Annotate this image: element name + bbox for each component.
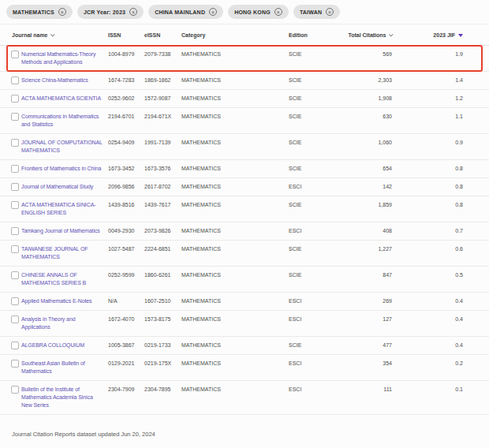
edition-cell: ESCI — [284, 227, 339, 235]
issn-cell: 0252-9599 — [108, 271, 144, 279]
column-header-journal-name[interactable]: Journal name — [0, 32, 108, 38]
jif-cell: 0.9 — [394, 139, 465, 147]
eissn-cell: 1607-2510 — [144, 297, 181, 305]
eissn-cell: 1869-1862 — [144, 77, 181, 84]
total-citations-cell: 2,303 — [339, 77, 394, 84]
filter-chip-jcr-year-2023[interactable]: JCR Year: 2023× — [77, 5, 144, 19]
journal-name-link[interactable]: Southeast Asian Bulletin of Mathematics — [21, 360, 108, 375]
journals-table: Journal nameISSNeISSNCategoryEditionTota… — [0, 24, 489, 415]
total-citations-cell: 1,908 — [339, 95, 394, 103]
category-cell: MATHEMATICS — [181, 297, 284, 305]
jif-cell: 0.8 — [394, 201, 465, 209]
journal-name-link[interactable]: Journal of Mathematical Study — [21, 183, 108, 191]
edition-cell: SCIE — [284, 113, 339, 121]
filter-chip-china-mainland[interactable]: CHINA MAINLAND× — [148, 5, 223, 19]
category-cell: MATHEMATICS — [181, 315, 284, 323]
row-checkbox[interactable] — [11, 113, 19, 121]
table-row: Science China-Mathematics1674-72831869-1… — [0, 72, 489, 90]
journal-name-link[interactable]: ACTA MATHEMATICA SINICA-ENGLISH SERIES — [21, 201, 108, 217]
category-cell: MATHEMATICS — [181, 386, 284, 394]
journal-name-link[interactable]: Frontiers of Mathematics in China — [21, 165, 108, 173]
issn-cell: 1005-3867 — [108, 342, 144, 349]
filter-chip-hong-kong[interactable]: HONG KONG× — [228, 5, 289, 19]
row-checkbox[interactable] — [11, 245, 19, 253]
row-checkbox[interactable] — [11, 360, 19, 368]
row-checkbox[interactable] — [11, 386, 19, 394]
total-citations-cell: 477 — [339, 342, 394, 349]
row-checkbox[interactable] — [11, 201, 19, 209]
eissn-cell: 1572-9087 — [144, 95, 181, 103]
row-checkbox[interactable] — [11, 183, 19, 191]
eissn-cell: 2079-7338 — [144, 50, 181, 58]
table-row: Tamkang Journal of Mathematics0049-29302… — [0, 222, 489, 241]
row-checkbox[interactable] — [11, 95, 19, 103]
jif-cell: 1.4 — [394, 77, 465, 84]
row-checkbox[interactable] — [11, 271, 19, 279]
column-header-total-citations[interactable]: Total Citations — [339, 32, 394, 38]
row-checkbox[interactable] — [11, 315, 19, 323]
issn-cell: 1004-8979 — [108, 50, 144, 58]
edition-cell: SCIE — [284, 50, 339, 58]
journal-name-link[interactable]: JOURNAL OF COMPUTATIONAL MATHEMATICS — [21, 139, 108, 155]
journal-name-link[interactable]: Communications in Mathematics and Statis… — [21, 113, 108, 129]
journal-name-link[interactable]: Bulletin of the Institute of Mathematics… — [21, 386, 108, 409]
column-header-label: eISSN — [144, 32, 160, 38]
row-checkbox-cell — [0, 271, 21, 279]
edition-cell: ESCI — [284, 297, 339, 305]
edition-cell: ESCI — [284, 386, 339, 394]
journal-name-link[interactable]: Analysis in Theory and Applications — [21, 315, 108, 331]
column-header-label: Category — [181, 32, 205, 38]
chip-close-icon[interactable]: × — [129, 8, 137, 16]
total-citations-cell: 1,227 — [339, 245, 394, 253]
row-checkbox-cell — [0, 360, 21, 368]
row-checkbox[interactable] — [11, 165, 19, 173]
category-cell: MATHEMATICS — [181, 245, 284, 253]
row-checkbox-cell — [0, 297, 21, 305]
total-citations-cell: 127 — [339, 315, 394, 323]
column-header-label: Total Citations — [348, 32, 386, 38]
jif-cell: 0.2 — [394, 360, 465, 368]
total-citations-cell: 1,859 — [339, 201, 394, 209]
row-checkbox[interactable] — [11, 77, 19, 84]
category-cell: MATHEMATICS — [181, 77, 284, 84]
table-row: Bulletin of the Institute of Mathematics… — [0, 381, 489, 415]
jif-cell: 1.1 — [394, 113, 465, 121]
issn-cell: 2194-6701 — [108, 113, 144, 121]
eissn-cell: 1439-7617 — [144, 201, 181, 209]
journal-name-link[interactable]: TAIWANESE JOURNAL OF MATHEMATICS — [21, 245, 108, 261]
jif-cell: 0.6 — [394, 245, 465, 253]
journal-name-link[interactable]: ACTA MATHEMATICA SCIENTIA — [21, 95, 108, 103]
jif-cell: 0.7 — [394, 227, 465, 235]
jif-cell: 0.8 — [394, 165, 465, 173]
chip-close-icon[interactable]: × — [58, 8, 66, 16]
issn-cell: 2096-9856 — [108, 183, 144, 191]
journal-name-link[interactable]: CHINESE ANNALS OF MATHEMATICS SERIES B — [21, 271, 108, 287]
chip-close-icon[interactable]: × — [274, 8, 282, 16]
filter-chip-taiwan[interactable]: TAIWAN× — [293, 5, 340, 19]
table-row: Southeast Asian Bulletin of Mathematics0… — [0, 355, 489, 381]
row-checkbox[interactable] — [11, 139, 19, 147]
row-checkbox[interactable] — [11, 342, 19, 349]
chip-close-icon[interactable]: × — [209, 8, 217, 16]
journal-name-link[interactable]: Science China-Mathematics — [21, 77, 108, 84]
column-header-2023-jif[interactable]: 2023 JIF — [394, 32, 465, 38]
category-cell: MATHEMATICS — [181, 342, 284, 349]
filter-chip-label: CHINA MAINLAND — [155, 9, 205, 15]
eissn-cell: 2304-7895 — [144, 386, 181, 394]
journal-name-link[interactable]: Numerical Mathematics-Theory Methods and… — [21, 50, 108, 66]
journal-name-link[interactable]: ALGEBRA COLLOQUIUM — [21, 342, 108, 349]
row-checkbox-cell — [0, 77, 21, 84]
category-cell: MATHEMATICS — [181, 201, 284, 209]
column-header-label: ISSN — [108, 32, 121, 38]
journal-name-link[interactable]: Applied Mathematics E-Notes — [21, 297, 108, 305]
row-checkbox[interactable] — [11, 50, 19, 58]
chip-close-icon[interactable]: × — [326, 8, 334, 16]
journal-name-link[interactable]: Tamkang Journal of Mathematics — [21, 227, 108, 235]
filter-chip-mathematics[interactable]: MATHEMATICS× — [6, 5, 73, 19]
table-row: CHINESE ANNALS OF MATHEMATICS SERIES B02… — [0, 267, 489, 293]
row-checkbox[interactable] — [11, 227, 19, 235]
row-checkbox[interactable] — [11, 297, 19, 305]
issn-cell: 0252-9602 — [108, 95, 144, 103]
table-row: Analysis in Theory and Applications1672-… — [0, 311, 489, 337]
table-body: Numerical Mathematics-Theory Methods and… — [0, 46, 489, 415]
